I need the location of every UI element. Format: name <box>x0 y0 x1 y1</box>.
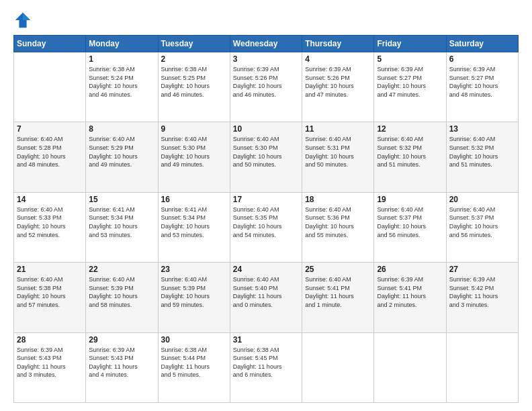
day-info: Sunrise: 6:39 AM Sunset: 5:27 PM Dayligh… <box>377 65 443 99</box>
day-number: 20 <box>449 195 515 204</box>
day-cell <box>374 332 446 402</box>
logo <box>13 11 35 30</box>
day-info: Sunrise: 6:40 AM Sunset: 5:30 PM Dayligh… <box>233 135 299 169</box>
day-cell: 11Sunrise: 6:40 AM Sunset: 5:31 PM Dayli… <box>302 122 374 192</box>
day-info: Sunrise: 6:40 AM Sunset: 5:39 PM Dayligh… <box>161 275 227 309</box>
day-cell: 1Sunrise: 6:38 AM Sunset: 5:24 PM Daylig… <box>86 52 158 122</box>
day-cell: 30Sunrise: 6:38 AM Sunset: 5:44 PM Dayli… <box>158 332 230 402</box>
day-number: 22 <box>89 265 154 274</box>
col-header-saturday: Saturday <box>446 36 518 52</box>
day-cell: 27Sunrise: 6:39 AM Sunset: 5:42 PM Dayli… <box>446 263 518 332</box>
day-number: 2 <box>161 54 227 64</box>
day-info: Sunrise: 6:40 AM Sunset: 5:41 PM Dayligh… <box>305 275 371 309</box>
calendar-table: SundayMondayTuesdayWednesdayThursdayFrid… <box>13 35 519 403</box>
day-number: 24 <box>233 265 299 274</box>
col-header-monday: Monday <box>86 36 158 52</box>
day-number: 5 <box>377 54 443 64</box>
day-cell: 5Sunrise: 6:39 AM Sunset: 5:27 PM Daylig… <box>374 52 446 122</box>
day-number: 30 <box>161 335 227 345</box>
day-info: Sunrise: 6:39 AM Sunset: 5:26 PM Dayligh… <box>305 65 371 99</box>
day-info: Sunrise: 6:40 AM Sunset: 5:28 PM Dayligh… <box>17 135 83 169</box>
col-header-friday: Friday <box>374 36 446 52</box>
day-number: 11 <box>305 124 371 134</box>
day-cell: 28Sunrise: 6:39 AM Sunset: 5:43 PM Dayli… <box>14 332 86 402</box>
day-info: Sunrise: 6:41 AM Sunset: 5:34 PM Dayligh… <box>161 205 227 239</box>
day-cell: 15Sunrise: 6:41 AM Sunset: 5:34 PM Dayli… <box>86 192 158 262</box>
day-number: 29 <box>89 335 154 345</box>
day-cell: 16Sunrise: 6:41 AM Sunset: 5:34 PM Dayli… <box>158 192 230 262</box>
day-cell: 23Sunrise: 6:40 AM Sunset: 5:39 PM Dayli… <box>158 263 230 332</box>
day-cell: 20Sunrise: 6:40 AM Sunset: 5:37 PM Dayli… <box>446 192 518 262</box>
day-cell: 31Sunrise: 6:38 AM Sunset: 5:45 PM Dayli… <box>230 332 302 402</box>
day-info: Sunrise: 6:40 AM Sunset: 5:31 PM Dayligh… <box>305 135 371 169</box>
week-row-2: 7Sunrise: 6:40 AM Sunset: 5:28 PM Daylig… <box>14 122 519 192</box>
page: SundayMondayTuesdayWednesdayThursdayFrid… <box>0 0 532 411</box>
day-number: 15 <box>89 195 154 204</box>
svg-marker-1 <box>23 13 30 20</box>
week-row-1: 1Sunrise: 6:38 AM Sunset: 5:24 PM Daylig… <box>14 52 519 122</box>
day-number: 16 <box>161 195 227 204</box>
day-info: Sunrise: 6:40 AM Sunset: 5:29 PM Dayligh… <box>89 135 154 169</box>
day-number: 13 <box>449 124 515 134</box>
day-number: 1 <box>89 54 154 64</box>
logo-icon <box>13 11 32 30</box>
day-cell: 22Sunrise: 6:40 AM Sunset: 5:39 PM Dayli… <box>86 263 158 332</box>
day-cell: 9Sunrise: 6:40 AM Sunset: 5:30 PM Daylig… <box>158 122 230 192</box>
week-row-4: 21Sunrise: 6:40 AM Sunset: 5:38 PM Dayli… <box>14 263 519 332</box>
day-info: Sunrise: 6:40 AM Sunset: 5:32 PM Dayligh… <box>449 135 515 169</box>
day-info: Sunrise: 6:40 AM Sunset: 5:30 PM Dayligh… <box>161 135 227 169</box>
day-info: Sunrise: 6:39 AM Sunset: 5:43 PM Dayligh… <box>89 346 154 379</box>
day-cell: 10Sunrise: 6:40 AM Sunset: 5:30 PM Dayli… <box>230 122 302 192</box>
day-info: Sunrise: 6:39 AM Sunset: 5:27 PM Dayligh… <box>449 65 515 99</box>
day-cell: 3Sunrise: 6:39 AM Sunset: 5:26 PM Daylig… <box>230 52 302 122</box>
col-header-tuesday: Tuesday <box>158 36 230 52</box>
day-cell <box>446 332 518 402</box>
day-info: Sunrise: 6:38 AM Sunset: 5:45 PM Dayligh… <box>233 346 299 379</box>
day-cell: 7Sunrise: 6:40 AM Sunset: 5:28 PM Daylig… <box>14 122 86 192</box>
col-header-thursday: Thursday <box>302 36 374 52</box>
calendar-header-row: SundayMondayTuesdayWednesdayThursdayFrid… <box>14 36 519 52</box>
day-cell: 29Sunrise: 6:39 AM Sunset: 5:43 PM Dayli… <box>86 332 158 402</box>
day-info: Sunrise: 6:40 AM Sunset: 5:38 PM Dayligh… <box>17 275 83 309</box>
day-info: Sunrise: 6:38 AM Sunset: 5:25 PM Dayligh… <box>161 65 227 99</box>
day-cell: 17Sunrise: 6:40 AM Sunset: 5:35 PM Dayli… <box>230 192 302 262</box>
day-cell: 14Sunrise: 6:40 AM Sunset: 5:33 PM Dayli… <box>14 192 86 262</box>
day-cell: 26Sunrise: 6:39 AM Sunset: 5:41 PM Dayli… <box>374 263 446 332</box>
day-number: 10 <box>233 124 299 134</box>
day-number: 28 <box>17 335 83 345</box>
col-header-wednesday: Wednesday <box>230 36 302 52</box>
day-number: 8 <box>89 124 154 134</box>
day-number: 6 <box>449 54 515 64</box>
day-cell: 21Sunrise: 6:40 AM Sunset: 5:38 PM Dayli… <box>14 263 86 332</box>
day-cell: 25Sunrise: 6:40 AM Sunset: 5:41 PM Dayli… <box>302 263 374 332</box>
day-number: 4 <box>305 54 371 64</box>
day-info: Sunrise: 6:40 AM Sunset: 5:37 PM Dayligh… <box>377 205 443 239</box>
day-number: 9 <box>161 124 227 134</box>
day-info: Sunrise: 6:40 AM Sunset: 5:33 PM Dayligh… <box>17 205 83 239</box>
day-info: Sunrise: 6:40 AM Sunset: 5:36 PM Dayligh… <box>305 205 371 239</box>
day-cell: 8Sunrise: 6:40 AM Sunset: 5:29 PM Daylig… <box>86 122 158 192</box>
day-cell <box>14 52 86 122</box>
day-cell: 12Sunrise: 6:40 AM Sunset: 5:32 PM Dayli… <box>374 122 446 192</box>
day-info: Sunrise: 6:39 AM Sunset: 5:43 PM Dayligh… <box>17 346 83 379</box>
day-cell: 24Sunrise: 6:40 AM Sunset: 5:40 PM Dayli… <box>230 263 302 332</box>
day-number: 25 <box>305 265 371 274</box>
day-info: Sunrise: 6:38 AM Sunset: 5:44 PM Dayligh… <box>161 346 227 379</box>
day-info: Sunrise: 6:40 AM Sunset: 5:32 PM Dayligh… <box>377 135 443 169</box>
col-header-sunday: Sunday <box>14 36 86 52</box>
day-info: Sunrise: 6:39 AM Sunset: 5:42 PM Dayligh… <box>449 275 515 309</box>
day-number: 26 <box>377 265 443 274</box>
day-cell: 13Sunrise: 6:40 AM Sunset: 5:32 PM Dayli… <box>446 122 518 192</box>
day-info: Sunrise: 6:39 AM Sunset: 5:26 PM Dayligh… <box>233 65 299 99</box>
day-cell: 2Sunrise: 6:38 AM Sunset: 5:25 PM Daylig… <box>158 52 230 122</box>
day-info: Sunrise: 6:38 AM Sunset: 5:24 PM Dayligh… <box>89 65 154 99</box>
day-number: 23 <box>161 265 227 274</box>
day-info: Sunrise: 6:40 AM Sunset: 5:35 PM Dayligh… <box>233 205 299 239</box>
day-cell: 19Sunrise: 6:40 AM Sunset: 5:37 PM Dayli… <box>374 192 446 262</box>
day-info: Sunrise: 6:40 AM Sunset: 5:39 PM Dayligh… <box>89 275 154 309</box>
day-number: 19 <box>377 195 443 204</box>
day-info: Sunrise: 6:40 AM Sunset: 5:40 PM Dayligh… <box>233 275 299 309</box>
day-number: 7 <box>17 124 83 134</box>
day-cell: 18Sunrise: 6:40 AM Sunset: 5:36 PM Dayli… <box>302 192 374 262</box>
day-cell: 6Sunrise: 6:39 AM Sunset: 5:27 PM Daylig… <box>446 52 518 122</box>
